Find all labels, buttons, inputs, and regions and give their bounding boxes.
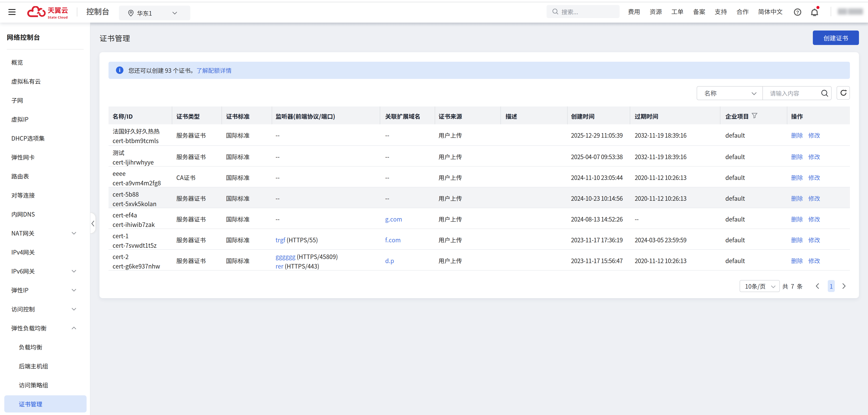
svg-text:?: ? [796, 10, 799, 15]
